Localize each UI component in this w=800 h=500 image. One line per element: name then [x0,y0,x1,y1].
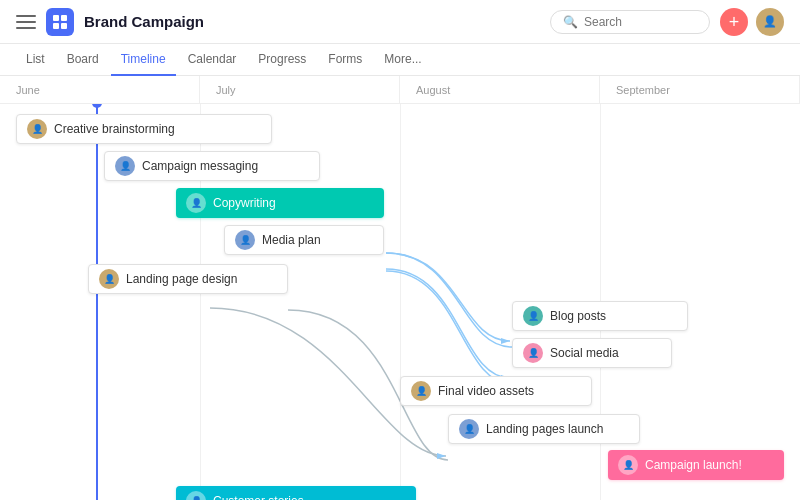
grid-line-2 [400,104,401,500]
task-creative-brainstorming[interactable]: 👤 Creative brainstorming [16,114,272,144]
tab-more[interactable]: More... [374,44,431,76]
month-headers: June July August September [0,76,800,104]
task-video-assets[interactable]: 👤 Final video assets [400,376,592,406]
app-header: Brand Campaign 🔍 + 👤 [0,0,800,44]
task-customer-stories[interactable]: 👤 Customer stories [176,486,416,500]
month-july: July [200,76,400,103]
task-blog-posts[interactable]: 👤 Blog posts [512,301,688,331]
nav-tabs: List Board Timeline Calendar Progress Fo… [0,44,800,76]
task-social-media[interactable]: 👤 Social media [512,338,672,368]
menu-button[interactable] [16,15,36,29]
task-label: Customer stories [213,494,304,500]
avatar-blog: 👤 [523,306,543,326]
user-avatar[interactable]: 👤 [756,8,784,36]
task-label: Final video assets [438,384,534,398]
task-label: Creative brainstorming [54,122,175,136]
task-label: Campaign launch! [645,458,742,472]
task-media-plan[interactable]: 👤 Media plan [224,225,384,255]
svg-rect-1 [61,15,67,21]
avatar-landing: 👤 [99,269,119,289]
task-copywriting[interactable]: 👤 Copywriting [176,188,384,218]
task-campaign-messaging[interactable]: 👤 Campaign messaging [104,151,320,181]
project-title: Brand Campaign [84,13,204,30]
tab-board[interactable]: Board [57,44,109,76]
month-august: August [400,76,600,103]
month-june: June [0,76,200,103]
add-button[interactable]: + [720,8,748,36]
task-label: Landing pages launch [486,422,603,436]
avatar-creative: 👤 [27,119,47,139]
svg-rect-0 [53,15,59,21]
tab-forms[interactable]: Forms [318,44,372,76]
task-label: Copywriting [213,196,276,210]
task-label: Social media [550,346,619,360]
avatar-media: 👤 [235,230,255,250]
svg-rect-3 [61,23,67,29]
avatar-campaign-launch: 👤 [618,455,638,475]
app-icon [46,8,74,36]
tab-progress[interactable]: Progress [248,44,316,76]
search-icon: 🔍 [563,15,578,29]
search-input[interactable] [584,15,704,29]
avatar-customer: 👤 [186,491,206,500]
task-landing-design[interactable]: 👤 Landing page design [88,264,288,294]
avatar-messaging: 👤 [115,156,135,176]
avatar-launch: 👤 [459,419,479,439]
timeline-view: June July August September 👤 Creativ [0,76,800,500]
avatar-video: 👤 [411,381,431,401]
tab-list[interactable]: List [16,44,55,76]
avatar-copywriting: 👤 [186,193,206,213]
month-september: September [600,76,800,103]
task-label: Campaign messaging [142,159,258,173]
tab-calendar[interactable]: Calendar [178,44,247,76]
tab-timeline[interactable]: Timeline [111,44,176,76]
task-campaign-launch[interactable]: 👤 Campaign launch! [608,450,784,480]
search-box[interactable]: 🔍 [550,10,710,34]
today-line [96,90,98,500]
task-label: Blog posts [550,309,606,323]
task-label: Media plan [262,233,321,247]
task-landing-launch[interactable]: 👤 Landing pages launch [448,414,640,444]
task-label: Landing page design [126,272,237,286]
svg-rect-2 [53,23,59,29]
avatar-social: 👤 [523,343,543,363]
